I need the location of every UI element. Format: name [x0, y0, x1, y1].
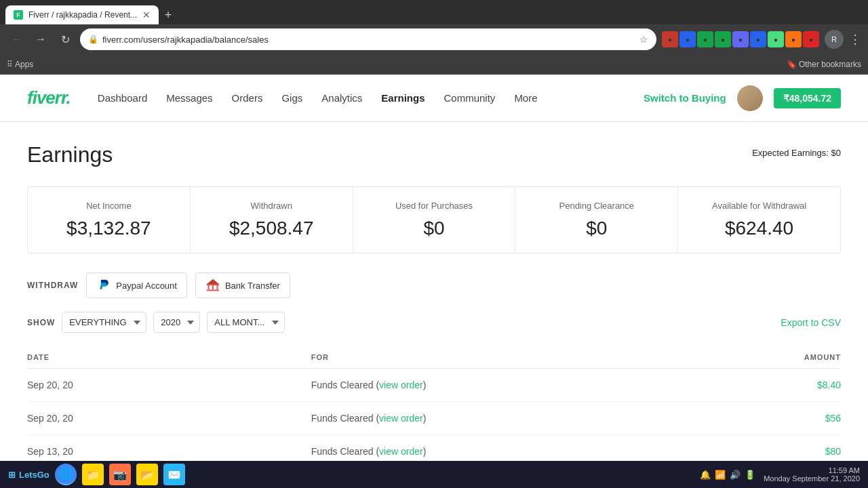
stat-available-label: Available for Withdrawal [694, 201, 824, 211]
page-title: Earnings [27, 142, 113, 167]
back-button[interactable]: ← [7, 30, 26, 49]
stat-purchases-value: $0 [370, 218, 499, 239]
ext-red[interactable]: ● [662, 31, 678, 47]
apps-icon: ⠿ [7, 60, 13, 69]
ext-green[interactable]: ● [697, 31, 713, 47]
nav-community[interactable]: Community [444, 92, 496, 104]
svg-rect-1 [208, 285, 210, 289]
ext-blue[interactable]: ● [679, 31, 696, 47]
taskbar-time-display: 11:59 AM [764, 466, 860, 474]
expected-label: Expected Earnings: [752, 148, 829, 158]
browser-tabs-bar: F Fiverr / rajkkapadia / Revent... ✕ + [0, 0, 868, 24]
stats-container: Net Income $3,132.87 Withdrawn $2,508.47… [27, 186, 841, 253]
table-cell-for: Funds Cleared (view order) [311, 402, 713, 435]
ext-blue2[interactable]: ● [750, 31, 766, 47]
active-tab[interactable]: F Fiverr / rajkkapadia / Revent... ✕ [5, 5, 159, 24]
ext-lime[interactable]: ● [768, 31, 784, 47]
notification-icon: 🔔 [700, 470, 711, 480]
stat-available-value: $624.40 [694, 218, 824, 239]
nav-analytics[interactable]: Analytics [321, 92, 362, 104]
forward-button[interactable]: → [31, 30, 50, 49]
taskbar-chrome-app[interactable]: 🌐 [55, 464, 77, 485]
site-header: fiverr. Dashboard Messages Orders Gigs A… [0, 75, 868, 122]
new-tab-button[interactable]: + [159, 5, 178, 24]
taskbar-files-app[interactable]: 📁 [82, 464, 104, 485]
nav-orders[interactable]: Orders [232, 92, 263, 104]
taskbar-clock[interactable]: 11:59 AM Monday September 21, 2020 [764, 466, 860, 483]
ext-purple[interactable]: ● [732, 31, 749, 47]
menu-dots[interactable]: ⋮ [849, 32, 861, 47]
view-order-link[interactable]: view order [379, 380, 423, 390]
bank-button-label: Bank Transfer [225, 281, 280, 291]
nav-gigs[interactable]: Gigs [281, 92, 302, 104]
browser-profile[interactable]: R [825, 30, 844, 49]
paypal-withdraw-button[interactable]: Paypal Account [86, 272, 187, 298]
taskbar-system-icons: 🔔 📶 🔊 🔋 [700, 470, 755, 480]
address-bar[interactable]: 🔒 fiverr.com/users/rajkkapadia/balance/s… [80, 28, 656, 50]
address-bar-icons: ☆ [639, 34, 648, 45]
view-order-link[interactable]: view order [379, 446, 423, 457]
ext-green2[interactable]: ● [715, 31, 731, 47]
chrome-icon: 🌐 [58, 466, 73, 481]
main-nav: Dashboard Messages Orders Gigs Analytics… [98, 92, 644, 104]
stat-withdrawn-value: $2,508.47 [207, 218, 336, 239]
ext-orange[interactable]: ● [785, 31, 802, 47]
tab-favicon: F [14, 10, 23, 20]
stat-net-income-value: $3,132.87 [44, 218, 174, 239]
table-row: Sep 20, 20Funds Cleared (view order)$56 [27, 402, 841, 435]
tab-close-button[interactable]: ✕ [142, 9, 151, 20]
stat-available: Available for Withdrawal $624.40 [678, 187, 840, 253]
taskbar-folder-app[interactable]: 📂 [136, 464, 158, 485]
taskbar-start-button[interactable]: ⊞ LetsGo [8, 470, 50, 480]
nav-dashboard[interactable]: Dashboard [98, 92, 147, 104]
col-for: FOR [311, 346, 713, 369]
user-avatar[interactable] [737, 85, 763, 111]
mail-icon: ✉️ [167, 468, 181, 481]
month-select[interactable]: ALL MONT... January September [207, 312, 285, 333]
bookmark-icon: 🔖 [787, 60, 797, 69]
bank-icon [205, 278, 220, 293]
year-select[interactable]: 2020 2019 2018 [153, 312, 200, 333]
table-cell-for: Funds Cleared (view order) [311, 369, 713, 402]
show-select[interactable]: EVERYTHING Cleared Pending Withdrawn [62, 312, 146, 333]
expected-earnings: Expected Earnings: $0 [752, 148, 841, 158]
folder-icon: 📂 [140, 468, 154, 481]
svg-marker-5 [207, 279, 219, 284]
col-amount: AMOUNT [713, 346, 841, 369]
tab-title: Fiverr / rajkkapadia / Revent... [28, 10, 137, 20]
stat-purchases-label: Used for Purchases [370, 201, 499, 211]
other-bookmarks[interactable]: 🔖 Other bookmarks [787, 60, 861, 69]
refresh-button[interactable]: ↻ [56, 30, 75, 49]
nav-more[interactable]: More [514, 92, 537, 104]
table-cell-amount: $8.40 [713, 369, 841, 402]
taskbar-photos-app[interactable]: 📷 [109, 464, 131, 485]
bank-transfer-button[interactable]: Bank Transfer [195, 272, 290, 298]
taskbar-date-display: Monday September 21, 2020 [764, 474, 860, 483]
volume-icon: 🔊 [730, 470, 741, 480]
stat-pending-label: Pending Clearance [532, 201, 661, 211]
taskbar-left: ⊞ LetsGo 🌐 📁 📷 📂 ✉️ [8, 464, 185, 485]
site-logo[interactable]: fiverr. [27, 87, 71, 108]
table-header: DATE FOR AMOUNT [27, 346, 841, 369]
apps-bookmark[interactable]: ⠿ Apps [7, 60, 33, 69]
nav-messages[interactable]: Messages [166, 92, 212, 104]
table-row: Sep 20, 20Funds Cleared (view order)$8.4… [27, 369, 841, 402]
view-order-link[interactable]: view order [379, 413, 423, 424]
ext-red2[interactable]: ● [803, 31, 819, 47]
show-label: SHOW [27, 318, 55, 327]
svg-rect-4 [207, 289, 219, 291]
svg-rect-3 [216, 285, 218, 289]
main-content: Earnings Expected Earnings: $0 Net Incom… [0, 122, 868, 488]
switch-buying-button[interactable]: Switch to Buying [644, 92, 726, 104]
network-icon: 📶 [715, 470, 726, 480]
svg-rect-2 [212, 285, 214, 289]
other-bookmarks-label: Other bookmarks [799, 60, 861, 69]
balance-badge[interactable]: ₹48,054.72 [774, 88, 841, 108]
paypal-button-label: Paypal Account [116, 281, 177, 291]
star-icon[interactable]: ☆ [639, 34, 648, 45]
table-cell-date: Sep 20, 20 [27, 369, 311, 402]
export-csv-link[interactable]: Export to CSV [781, 317, 841, 328]
nav-earnings[interactable]: Earnings [381, 92, 425, 104]
taskbar-mail-app[interactable]: ✉️ [163, 464, 185, 485]
lock-icon: 🔒 [88, 35, 98, 44]
